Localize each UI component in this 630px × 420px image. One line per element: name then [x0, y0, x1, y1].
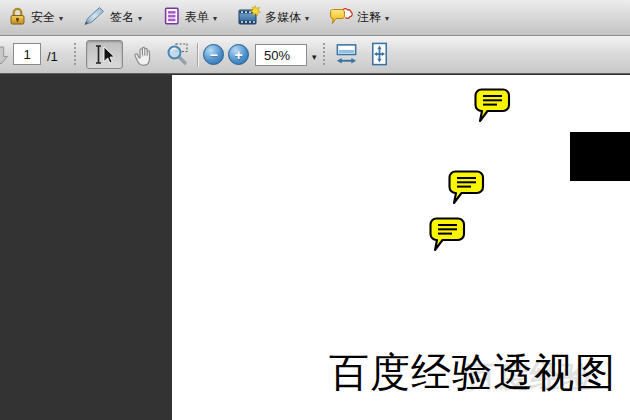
- page-number-input[interactable]: [13, 43, 41, 65]
- document-title: 百度经验透视图: [329, 345, 616, 400]
- chevron-down-icon: ▾: [138, 13, 142, 23]
- marquee-zoom-tool-button[interactable]: [160, 40, 194, 69]
- minus-icon: −: [209, 48, 217, 62]
- sticky-note-annotation[interactable]: [446, 169, 486, 206]
- pen-icon: [83, 6, 106, 30]
- select-cursor-icon: [92, 43, 117, 66]
- hand-icon: [131, 43, 155, 67]
- primary-toolbar: 安全 ▾ 签名 ▾ 表单 ▾: [0, 0, 630, 36]
- sticky-note-annotation[interactable]: [427, 216, 467, 253]
- lock-icon: [8, 6, 27, 30]
- fit-page-button[interactable]: [365, 40, 394, 69]
- plus-icon: +: [234, 48, 242, 62]
- comment-menu-label: 注释: [357, 9, 381, 26]
- zoom-dropdown-caret-icon[interactable]: ▾: [312, 51, 317, 62]
- zoom-level-input[interactable]: [255, 44, 307, 66]
- multimedia-icon: [237, 5, 261, 30]
- document-view-area: 百度经验 百度经验透视图: [0, 74, 630, 420]
- sticky-note-annotation[interactable]: [472, 87, 512, 124]
- chevron-down-icon: ▾: [385, 13, 389, 23]
- next-page-icon[interactable]: [0, 43, 11, 71]
- navigation-zoom-toolbar: /1 − + ▾: [0, 36, 630, 74]
- chevron-down-icon: ▾: [213, 13, 217, 23]
- marquee-zoom-icon: [165, 42, 190, 67]
- security-menu-label: 安全: [31, 9, 55, 26]
- comment-icon: [329, 6, 353, 30]
- fit-page-icon: [367, 42, 392, 67]
- security-menu-button[interactable]: 安全 ▾: [4, 4, 71, 32]
- comment-menu-button[interactable]: 注释 ▾: [325, 4, 397, 32]
- fit-width-button[interactable]: [332, 40, 361, 69]
- black-image-block: [570, 132, 630, 181]
- hand-tool-button[interactable]: [126, 40, 159, 69]
- zoom-in-button[interactable]: +: [228, 44, 249, 65]
- sign-menu-label: 签名: [110, 9, 134, 26]
- chevron-down-icon: ▾: [305, 13, 309, 23]
- zoom-out-button[interactable]: −: [203, 44, 224, 65]
- fit-width-icon: [334, 42, 359, 67]
- forms-menu-button[interactable]: 表单 ▾: [158, 4, 225, 32]
- chevron-down-icon: ▾: [59, 13, 63, 23]
- toolbar-separator: [197, 43, 198, 67]
- toolbar-grip[interactable]: [323, 43, 326, 67]
- multimedia-menu-label: 多媒体: [265, 9, 301, 26]
- forms-menu-label: 表单: [185, 9, 209, 26]
- multimedia-menu-button[interactable]: 多媒体 ▾: [233, 4, 317, 32]
- form-icon: [162, 6, 181, 30]
- select-tool-button[interactable]: [86, 40, 123, 69]
- sign-menu-button[interactable]: 签名 ▾: [79, 4, 150, 32]
- toolbar-grip[interactable]: [74, 43, 77, 67]
- page-total-label: /1: [47, 49, 58, 64]
- document-page: 百度经验 百度经验透视图: [172, 75, 630, 420]
